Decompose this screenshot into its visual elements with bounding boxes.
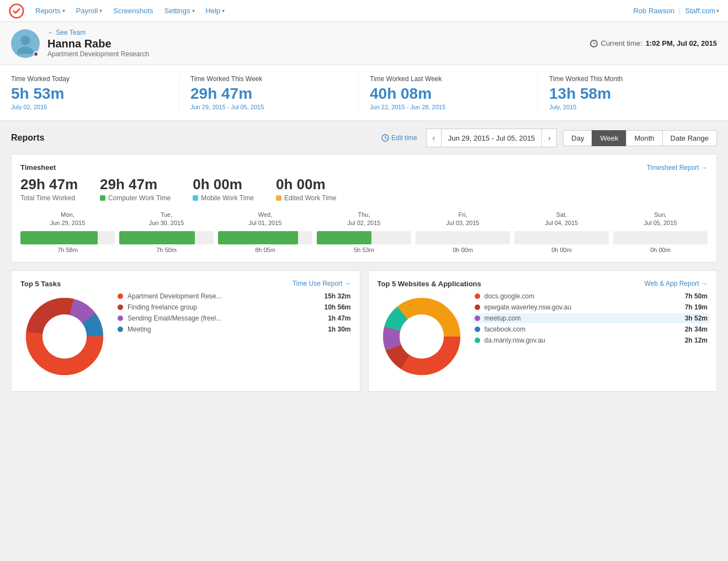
bottom-cards: Top 5 Tasks Time Use Report → <box>11 270 717 399</box>
edit-time-icon <box>381 134 389 142</box>
reports-header: Reports Edit time ‹ Jun 29, 2015 - Jul 0… <box>11 129 717 147</box>
day-header-1: Tue,Jun 30, 2015 <box>149 211 184 228</box>
profile-name: Hanna Rabe <box>47 38 149 50</box>
profile-role: Apartment Development Research <box>47 50 149 58</box>
edit-time-button[interactable]: Edit time <box>381 134 417 142</box>
nav-reports[interactable]: Reports ▾ <box>31 7 70 15</box>
website-label-3: facebook.com <box>485 325 681 333</box>
timesheet-stats: 29h 47m Total Time Worked 29h 47m Comput… <box>20 176 708 202</box>
nav-links: Reports ▾ Payroll ▾ Screenshots Settings… <box>31 7 633 15</box>
bar-track-3 <box>317 231 411 244</box>
day-time-0: 7h 58m <box>57 247 78 253</box>
bar-track-1 <box>119 231 214 244</box>
ts-mobile: 0h 00m Mobile Work Time <box>193 176 254 202</box>
ts-computer-value: 29h 47m <box>100 176 171 193</box>
time-use-report-link[interactable]: Time Use Report → <box>293 280 351 287</box>
stat-month-value: 13h 58m <box>549 85 706 103</box>
period-daterange-button[interactable]: Date Range <box>662 130 717 146</box>
website-legend-item-4: da.manly.nsw.gov.au2h 12m <box>475 336 708 344</box>
topnav: Reports ▾ Payroll ▾ Screenshots Settings… <box>0 0 728 22</box>
svg-point-1 <box>20 35 30 45</box>
stat-today-date: July 02, 2015 <box>11 104 168 110</box>
current-time: Current time: 1:02 PM, Jul 02, 2015 <box>590 39 718 47</box>
bar-fill-2 <box>218 231 298 244</box>
top-tasks-card: Top 5 Tasks Time Use Report → <box>11 270 360 392</box>
profile-header: ← See Team Hanna Rabe Apartment Developm… <box>0 22 728 65</box>
website-dot-3 <box>475 327 480 332</box>
nav-settings[interactable]: Settings ▾ <box>160 7 199 15</box>
website-legend-item-3: facebook.com2h 34m <box>475 325 708 333</box>
avatar-wrap <box>11 29 40 58</box>
ts-mobile-label: Mobile Work Time <box>193 194 254 202</box>
profile-left: ← See Team Hanna Rabe Apartment Developm… <box>11 29 149 58</box>
ts-edited-label: Edited Work Time <box>276 194 336 202</box>
nav-screenshots[interactable]: Screenshots <box>109 7 157 15</box>
timesheet-report-link[interactable]: Timesheet Report → <box>647 164 708 172</box>
staff-arrow: ▾ <box>716 8 719 14</box>
stat-today-label: Time Worked Today <box>11 75 168 83</box>
svg-point-17 <box>400 314 444 359</box>
ts-total: 29h 47m Total Time Worked <box>20 176 78 202</box>
website-label-4: da.manly.nsw.gov.au <box>485 336 681 344</box>
online-indicator <box>33 51 39 57</box>
ts-total-value: 29h 47m <box>20 176 78 193</box>
date-range-label: Jun 29, 2015 - Jul 05, 2015 <box>442 129 542 147</box>
bar-fill-3 <box>317 231 371 244</box>
task-legend-item-0: Apartment Development Rese...15h 32m <box>118 292 351 300</box>
topnav-right: Rob Rawson | Staff.com ▾ <box>633 7 719 15</box>
website-legend-item-0: docs.google.com7h 50m <box>475 292 708 300</box>
web-app-report-link[interactable]: Web & App Report → <box>644 280 708 287</box>
website-value-1: 7h 19m <box>685 303 708 311</box>
computer-dot <box>100 195 105 201</box>
day-col-5: Sat,Jul 04, 20150h 00m <box>514 211 609 253</box>
ts-edited-value: 0h 00m <box>276 176 336 193</box>
reports-section: Reports Edit time ‹ Jun 29, 2015 - Jul 0… <box>0 121 728 407</box>
stat-lastweek-value: 40h 08m <box>370 85 527 103</box>
top-websites-inner: docs.google.com7h 50mepwgate.waverley.ns… <box>378 292 708 382</box>
stat-today: Time Worked Today 5h 53m July 02, 2015 <box>11 75 179 110</box>
day-header-0: Mon,Jun 29, 2015 <box>50 211 86 228</box>
task-dot-1 <box>118 304 123 310</box>
day-col-1: Tue,Jun 30, 20157h 50m <box>119 211 214 253</box>
task-value-1: 10h 56m <box>324 303 350 311</box>
logo[interactable] <box>9 3 24 19</box>
day-header-4: Fri,Jul 03, 2015 <box>447 211 480 228</box>
bar-track-5 <box>514 231 609 244</box>
stat-week: Time Worked This Week 29h 47m Jun 29, 20… <box>179 75 358 110</box>
website-dot-0 <box>475 293 480 299</box>
nav-payroll[interactable]: Payroll ▾ <box>72 7 107 15</box>
websites-donut <box>378 292 466 382</box>
bar-track-6 <box>613 231 708 244</box>
ts-computer: 29h 47m Computer Work Time <box>100 176 171 202</box>
website-value-2: 3h 52m <box>685 314 708 322</box>
date-next-button[interactable]: › <box>541 129 557 147</box>
bar-fill-1 <box>119 231 195 244</box>
day-col-0: Mon,Jun 29, 20157h 58m <box>20 211 115 253</box>
ts-edited: 0h 00m Edited Work Time <box>276 176 336 202</box>
day-time-3: 5h 53m <box>354 247 374 253</box>
svg-point-11 <box>42 314 87 359</box>
period-week-button[interactable]: Week <box>592 130 626 146</box>
day-col-3: Thu,Jul 02, 20155h 53m <box>317 211 411 253</box>
day-bars: Mon,Jun 29, 20157h 58mTue,Jun 30, 20157h… <box>20 211 708 253</box>
task-dot-3 <box>118 327 123 332</box>
see-team-link[interactable]: ← See Team <box>47 29 149 36</box>
period-day-button[interactable]: Day <box>563 130 592 146</box>
top-tasks-inner: Apartment Development Rese...15h 32mFind… <box>20 292 351 382</box>
topnav-user[interactable]: Rob Rawson <box>633 7 674 15</box>
date-nav: ‹ Jun 29, 2015 - Jul 05, 2015 › <box>426 129 557 147</box>
profile-info: ← See Team Hanna Rabe Apartment Developm… <box>47 29 149 58</box>
topnav-staff[interactable]: Staff.com ▾ <box>685 7 719 15</box>
top-tasks-header: Top 5 Tasks Time Use Report → <box>20 280 351 288</box>
nav-settings-arrow: ▾ <box>192 8 195 14</box>
period-month-button[interactable]: Month <box>626 130 662 146</box>
stat-week-date: Jun 29, 2015 - Jul 05, 2015 <box>190 104 347 110</box>
day-time-4: 0h 00m <box>453 247 473 253</box>
task-legend-item-2: Sending Email/Message (freel...1h 47m <box>118 314 351 322</box>
nav-help[interactable]: Help ▾ <box>201 7 230 15</box>
bar-track-4 <box>416 231 510 244</box>
svg-point-2 <box>17 46 34 54</box>
ts-mobile-value: 0h 00m <box>193 176 254 193</box>
task-value-0: 15h 32m <box>324 292 350 300</box>
date-prev-button[interactable]: ‹ <box>426 129 442 147</box>
